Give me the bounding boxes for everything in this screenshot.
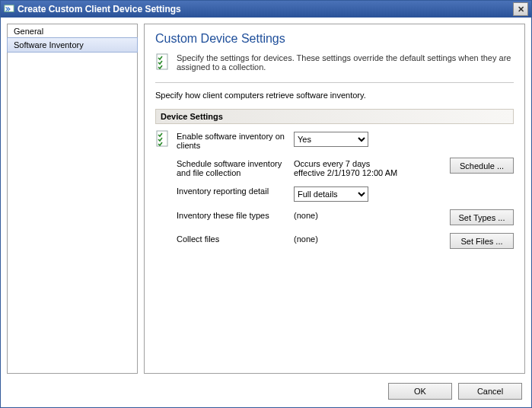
app-icon [4, 4, 14, 14]
set-files-button[interactable]: Set Files ... [450, 233, 514, 249]
close-icon: ✕ [518, 5, 524, 14]
settings-grid: Enable software inventory on clients Yes… [155, 130, 514, 249]
titlebar: Create Custom Client Device Settings ✕ [1, 1, 531, 18]
dialog-footer: OK Cancel [1, 377, 531, 407]
detail-label: Inventory reporting detail [177, 185, 291, 196]
schedule-value: Occurs every 7 days effective 2/1/1970 1… [294, 158, 402, 177]
ok-button[interactable]: OK [388, 383, 452, 400]
set-types-button[interactable]: Set Types ... [450, 209, 514, 225]
enable-select[interactable]: Yes [294, 132, 368, 147]
content-panel: Custom Device Settings Specify the setti… [144, 24, 525, 374]
schedule-button[interactable]: Schedule ... [450, 158, 514, 174]
window-title: Create Custom Client Device Settings [18, 4, 513, 14]
collect-value: (none) [294, 233, 402, 244]
nav-panel: General Software Inventory [7, 24, 138, 374]
dialog-body: General Software Inventory Custom Device… [1, 18, 531, 407]
schedule-label: Schedule software inventory and file col… [177, 158, 291, 177]
types-label: Inventory these file types [177, 209, 291, 220]
detail-select[interactable]: Full details [294, 186, 368, 202]
group-header: Device Settings [155, 109, 514, 124]
page-title: Custom Device Settings [155, 32, 514, 46]
divider [155, 82, 514, 83]
row-icon [155, 130, 170, 150]
cancel-button[interactable]: Cancel [458, 383, 522, 400]
nav-item-general[interactable]: General [8, 24, 137, 38]
nav-item-label: Software Inventory [14, 40, 84, 49]
checklist-icon [155, 141, 170, 150]
nav-item-label: General [14, 27, 43, 36]
prompt-text: Specify how client computers retrieve so… [155, 91, 514, 100]
main-split: General Software Inventory Custom Device… [1, 18, 531, 377]
checklist-icon [155, 53, 170, 72]
collect-label: Collect files [177, 233, 291, 244]
intro-row: Specify the settings for devices. These … [155, 53, 514, 72]
dialog-window: Create Custom Client Device Settings ✕ G… [0, 0, 532, 408]
intro-text: Specify the settings for devices. These … [177, 53, 514, 72]
enable-label: Enable software inventory on clients [177, 130, 291, 150]
nav-item-software-inventory[interactable]: Software Inventory [7, 37, 138, 53]
close-button[interactable]: ✕ [513, 2, 528, 16]
types-value: (none) [294, 209, 402, 220]
